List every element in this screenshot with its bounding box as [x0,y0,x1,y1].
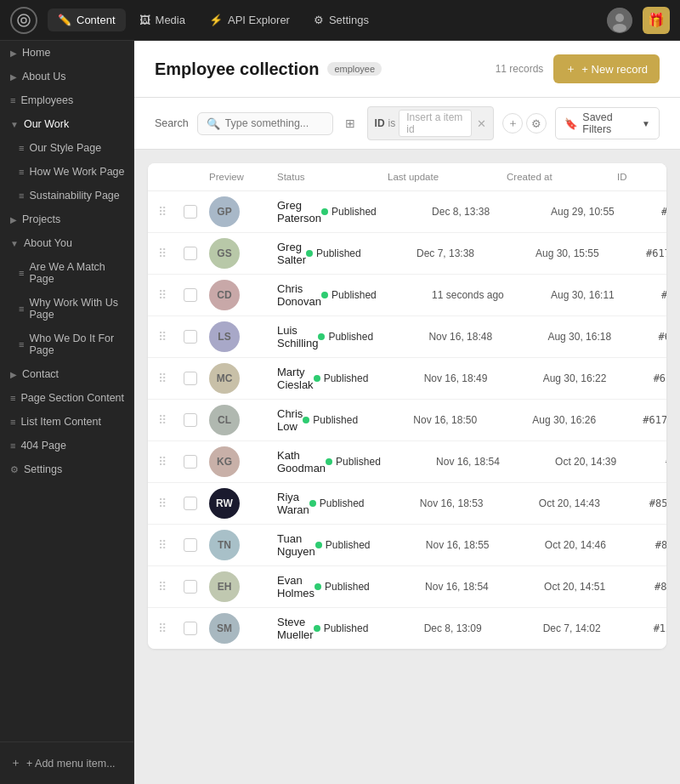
table-row[interactable]: ⠿ GS Greg Salter Published Dec 7, 13:38 … [148,233,666,275]
employee-name: Riya Waran [277,491,309,516]
add-menu-item-button[interactable]: ＋ + Add menu item... [0,749,133,777]
status-cell: Published [326,456,436,468]
table-row[interactable]: ⠿ KG Kath Goodman Published Nov 16, 18:5… [148,441,666,483]
sidebar-item-are-we-match[interactable]: ≡ Are We A Match Page [0,255,133,291]
sidebar-item-settings[interactable]: ⚙ Settings [0,457,133,481]
sidebar-item-label: Sustainability Page [29,190,119,202]
records-count: 11 records [496,63,544,75]
row-checkbox[interactable] [184,622,209,635]
gear-icon: ⚙ [10,464,19,475]
new-record-button[interactable]: ＋ + New record [553,54,660,83]
table-header: Preview Status Last update Created at ID… [148,163,666,191]
drag-handle: ⠿ [158,247,184,260]
remove-filter-icon[interactable]: ✕ [477,117,486,130]
sidebar-item-404[interactable]: ≡ 404 Page [0,434,133,457]
sidebar-item-sustainability[interactable]: ≡ Sustainability Page [0,184,133,207]
header-preview: Preview [209,172,277,182]
drag-handle: ⠿ [158,538,184,552]
row-checkbox[interactable] [184,205,209,219]
sidebar-item-who-we[interactable]: ≡ Who We Do It For Page [0,327,133,362]
sidebar-item-label: Home [22,47,50,59]
sidebar-item-label: Our Style Page [29,142,101,154]
main-layout: ▶ Home ▶ About Us ≡ Employees ▼ Our Work… [0,41,680,784]
sidebar-item-our-work[interactable]: ▼ Our Work [0,112,133,136]
sidebar-item-employees[interactable]: ≡ Employees [0,88,133,112]
sidebar-item-list-item[interactable]: ≡ List Item Content [0,410,133,434]
table-row[interactable]: ⠿ EH Evan Holmes Published Nov 16, 18:54… [148,566,666,608]
table-row[interactable]: ⠿ LS Luis Schilling Published Nov 16, 18… [148,316,666,358]
table-row[interactable]: ⠿ CL Chris Low Published Nov 16, 18:50 A… [148,400,666,441]
nav-api-explorer[interactable]: ⚡ API Explorer [199,9,300,31]
new-record-label: + New record [581,63,648,76]
employee-name: Greg Salter [277,241,306,266]
logo-icon[interactable] [10,7,37,34]
filter-icon-button[interactable]: ⊞ [342,113,359,134]
last-update: 11 seconds ago [432,289,551,301]
row-checkbox[interactable] [184,455,209,469]
created-at: Aug 30, 15:55 [536,247,646,259]
header-id: ID [617,172,666,182]
search-input[interactable] [225,117,327,129]
row-checkbox[interactable] [184,247,209,260]
sidebar-item-how-work[interactable]: ≡ How We Work Page [0,160,133,184]
bookmark-icon: 🔖 [564,117,578,130]
add-menu-label: + Add menu item... [26,758,116,770]
table-row[interactable]: ⠿ CD Chris Donovan Published 11 seconds … [148,275,666,316]
nav-content[interactable]: ✏️ Content [48,9,126,31]
nav-media-label: Media [156,14,185,26]
avatar: EH [209,571,277,602]
row-checkbox[interactable] [184,288,209,302]
employee-name: Greg Paterson [277,199,321,224]
sidebar-item-contact[interactable]: ▶ Contact [0,362,133,386]
collection-title: Employee collection [155,60,319,79]
table-row[interactable]: ⠿ RW Riya Waran Published Nov 16, 18:53 … [148,483,666,525]
sidebar-item-our-style[interactable]: ≡ Our Style Page [0,136,133,160]
drag-handle: ⠿ [158,497,184,510]
list-icon: ≡ [19,143,24,153]
saved-filters-label: Saved Filters [582,111,638,135]
status-cell: Published [318,331,428,343]
row-checkbox[interactable] [184,413,209,427]
sidebar-item-why-work[interactable]: ≡ Why Work With Us Page [0,291,133,327]
settings-nav-icon: ⚙ [314,14,324,26]
employee-name: Kath Goodman [277,449,326,474]
user-avatar[interactable] [607,8,632,33]
sidebar-item-about-you[interactable]: ▼ About You [0,231,133,255]
nav-media[interactable]: 🖼 Media [129,9,196,31]
drag-handle: ⠿ [158,288,184,302]
gift-icon[interactable]: 🎁 [643,7,670,34]
svg-point-4 [613,24,626,32]
sidebar-item-about-us[interactable]: ▶ About Us [0,65,133,88]
row-checkbox[interactable] [184,538,209,552]
filter-options-button[interactable]: ⚙ [526,113,547,134]
created-at: Aug 30, 16:22 [543,372,654,384]
saved-filters-button[interactable]: 🔖 Saved Filters ▼ [555,107,660,139]
sidebar-item-home[interactable]: ▶ Home [0,41,133,65]
svg-point-0 [18,14,30,26]
nav-settings[interactable]: ⚙ Settings [303,9,379,31]
sidebar-item-projects[interactable]: ▶ Projects [0,207,133,231]
add-filter-button[interactable]: ＋ [502,113,523,134]
table-row[interactable]: ⠿ GP Greg Paterson Published Dec 8, 13:3… [148,191,666,233]
row-checkbox[interactable] [184,330,209,344]
row-checkbox[interactable] [184,580,209,594]
list-icon: ≡ [10,417,15,427]
created-at: Aug 30, 16:26 [532,414,643,426]
sidebar-item-label: Contact [22,368,59,380]
sidebar-item-page-section[interactable]: ≡ Page Section Content [0,386,133,410]
filter-val-input[interactable]: Insert a item id [399,110,472,137]
created-at: Oct 20, 14:51 [544,581,654,593]
created-at: Oct 20, 14:46 [545,539,655,551]
table-row[interactable]: ⠿ MC Marty Cieslak Published Nov 16, 18:… [148,358,666,400]
employee-table: Preview Status Last update Created at ID… [148,163,666,649]
created-at: Oct 20, 14:43 [539,497,649,509]
table-row[interactable]: ⠿ SM Steve Mueller Published Dec 8, 13:0… [148,608,666,649]
row-checkbox[interactable] [184,372,209,385]
row-checkbox[interactable] [184,497,209,510]
record-id: #12117989 [654,622,666,634]
filter-add-buttons: ＋ ⚙ [502,113,547,134]
drag-handle: ⠿ [158,330,184,344]
table-row[interactable]: ⠿ TN Tuan Nguyen Published Nov 16, 18:55… [148,525,666,566]
chevron-down-icon: ▼ [10,120,19,129]
list-icon: ≡ [19,339,24,349]
